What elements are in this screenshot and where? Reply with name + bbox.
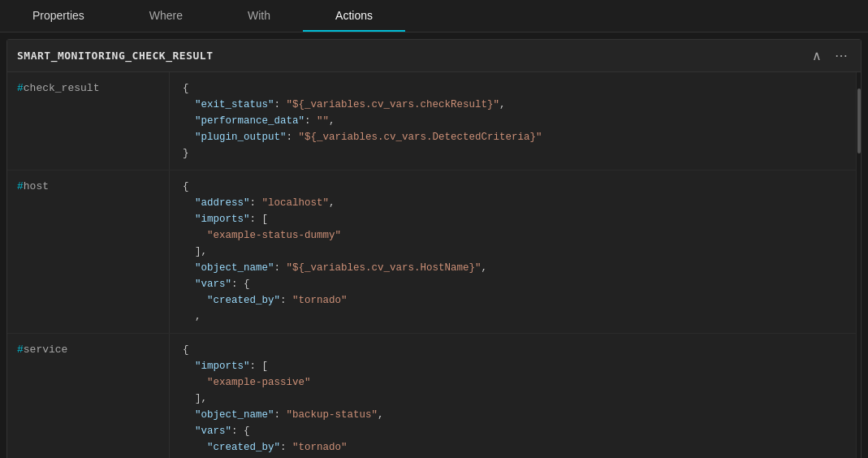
rows-scroll-container: #check_result { "exit_status": "${_varia… [7,72,861,458]
table-row: #check_result { "exit_status": "${_varia… [7,72,856,171]
row-key-host: #host [7,171,170,333]
row-key-check-result: #check_result [7,72,170,170]
scrollbar-thumb[interactable] [857,89,861,153]
tab-with[interactable]: With [215,0,303,32]
action-block: SMART_MONITORING_CHECK_RESULT ∧ ⋯ [6,39,862,458]
tab-actions[interactable]: Actions [303,0,405,32]
main-content: SMART_MONITORING_CHECK_RESULT ∧ ⋯ [0,32,868,458]
row-value-check-result: { "exit_status": "${_variables.cv_vars.c… [170,72,856,170]
table-row: #service { "imports": [ "example-passive… [7,334,856,458]
header-actions: ∧ ⋯ [809,46,851,65]
collapse-button[interactable]: ∧ [809,46,825,65]
chevron-up-icon: ∧ [812,48,822,63]
table-row: #host { "address": "localhost", "imports… [7,171,856,334]
row-value-service: { "imports": [ "example-passive" ], "obj… [170,334,856,458]
tab-where[interactable]: Where [117,0,215,32]
action-block-header: SMART_MONITORING_CHECK_RESULT ∧ ⋯ [7,40,861,72]
tab-bar: Properties Where With Actions [0,0,868,32]
action-block-title: SMART_MONITORING_CHECK_RESULT [17,50,213,62]
more-options-button[interactable]: ⋯ [831,46,851,65]
tab-properties[interactable]: Properties [0,0,117,32]
row-value-host: { "address": "localhost", "imports": [ "… [170,171,856,333]
ellipsis-icon: ⋯ [835,48,848,63]
app-container: Properties Where With Actions SMART_MONI… [0,0,868,458]
rows-area: #check_result { "exit_status": "${_varia… [7,72,856,458]
scrollbar[interactable] [856,72,861,458]
row-key-service: #service [7,334,170,458]
